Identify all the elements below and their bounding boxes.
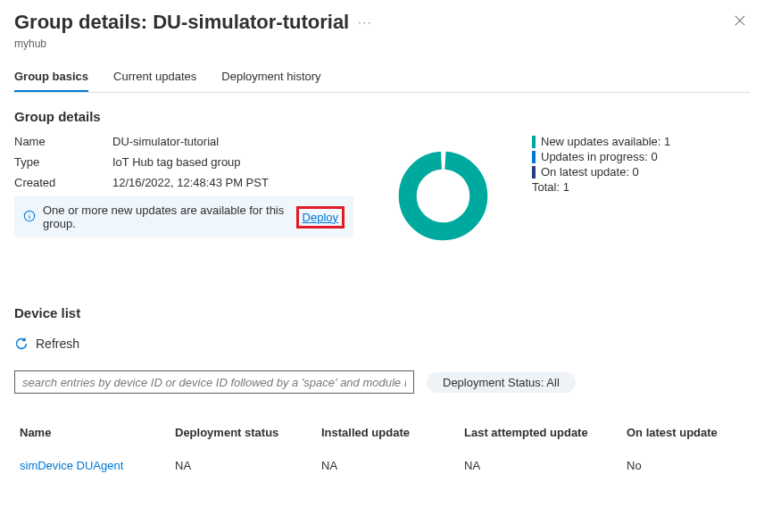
table-row: simDevice DUAgent NA NA NA No (14, 446, 750, 485)
info-banner: One or more new updates are available fo… (14, 196, 353, 237)
col-name[interactable]: Name (14, 419, 170, 446)
col-last-attempted[interactable]: Last attempted update (459, 419, 621, 446)
deployment-status-filter[interactable]: Deployment Status: All (427, 372, 576, 393)
created-label: Created (14, 176, 112, 189)
refresh-label: Refresh (36, 337, 79, 351)
tab-current-updates[interactable]: Current updates (113, 64, 196, 92)
cell-on-latest: No (621, 446, 750, 485)
type-value: IoT Hub tag based group (112, 155, 241, 169)
more-icon[interactable]: ··· (358, 16, 372, 29)
type-label: Type (14, 155, 112, 169)
deploy-button[interactable]: Deploy (296, 206, 345, 229)
cell-last-attempted: NA (459, 446, 621, 485)
cell-installed-update: NA (316, 446, 459, 485)
legend-swatch-progress (532, 151, 536, 163)
group-details-title: Group details (14, 109, 750, 124)
legend-total: Total: 1 (532, 180, 750, 194)
tab-deployment-history[interactable]: Deployment history (221, 64, 320, 92)
table-header-row: Name Deployment status Installed update … (14, 419, 750, 446)
legend-progress: Updates in progress: 0 (541, 150, 658, 163)
col-installed-update[interactable]: Installed update (316, 419, 459, 446)
search-input[interactable] (14, 370, 414, 394)
tab-group-basics[interactable]: Group basics (14, 64, 88, 92)
device-link[interactable]: simDevice DUAgent (20, 459, 123, 472)
legend-swatch-latest (532, 166, 536, 179)
col-deployment-status[interactable]: Deployment status (170, 419, 316, 446)
svg-point-4 (29, 212, 29, 213)
col-on-latest[interactable]: On latest update (621, 419, 750, 446)
legend-swatch-new (532, 136, 536, 148)
close-icon[interactable] (730, 11, 750, 34)
legend-latest: On latest update: 0 (541, 165, 639, 179)
created-value: 12/16/2022, 12:48:43 PM PST (112, 176, 269, 189)
refresh-button[interactable]: Refresh (14, 331, 79, 356)
info-icon (23, 210, 36, 225)
donut-chart (371, 135, 514, 243)
svg-point-6 (407, 161, 478, 232)
breadcrumb: myhub (14, 37, 750, 50)
name-value: DU-simulator-tutorial (112, 135, 219, 148)
deployment-status-filter-label: Deployment Status: All (443, 376, 560, 389)
name-label: Name (14, 135, 112, 148)
page-title: Group details: DU-simulator-tutorial (14, 11, 349, 34)
tabs: Group basics Current updates Deployment … (14, 64, 750, 93)
info-banner-text: One or more new updates are available fo… (43, 204, 291, 230)
cell-deployment-status: NA (170, 446, 316, 485)
legend-new: New updates available: 1 (541, 135, 670, 148)
device-list-title: Device list (14, 305, 750, 320)
